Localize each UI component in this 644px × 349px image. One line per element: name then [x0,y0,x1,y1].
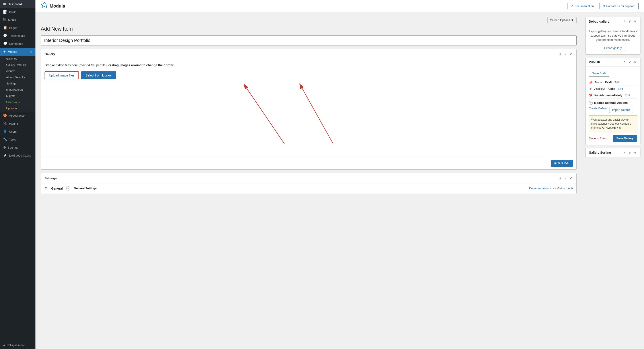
sidebar-submenu-album-defaults[interactable]: Album Defaults [0,74,36,81]
sidebar-item-label: Testimonials [9,34,25,38]
gallery-name-input[interactable] [41,36,577,46]
sidebar-item-label: Users [9,130,16,133]
import-default-button[interactable]: Import Default [609,107,633,113]
support-button[interactable]: ✉ Contact us for support! [599,3,639,9]
visibility-edit-link[interactable]: Edit [618,87,623,91]
debug-panel-title: Debug gallery [589,20,622,23]
visibility-label: Visibility: [594,87,605,91]
move-to-trash-button[interactable]: Move to Trash [589,137,607,140]
general-settings-heading: General Settings [74,187,96,190]
settings-panel-controls: ∧ ∨ ∨ [558,176,573,180]
sidebar-item-appearance[interactable]: 🎨 Appearance [0,112,36,120]
create-default-link[interactable]: Create Default [589,107,608,113]
gallery-sorting-title: Gallery Sorting [589,151,622,154]
sidebar-submenu-galleries[interactable]: Galleries [0,56,36,62]
sidebar-submenu-import-export[interactable]: Import/Export [0,87,36,93]
publish-panel: Publish ∧ ∨ ∨ Save Draft 📌 Status: Draft… [586,58,640,145]
visibility-row: 👁 Visibility: Public Edit [589,86,637,92]
status-value: Draft [605,81,612,84]
sidebar-item-users[interactable]: 👤 Users [0,128,36,136]
svg-line-4 [302,88,333,144]
gallery-sorting-header: Gallery Sorting ∧ ∨ ∨ [586,148,640,157]
topbar: Modula ↗ Documentation ✉ Contact us for … [36,0,644,13]
users-icon: 👤 [3,130,7,134]
sidebar-item-media[interactable]: 🖼 Media [0,16,36,24]
pin-icon: 📌 [589,81,592,84]
settings-links: Documentation - or - Get in touch [529,187,573,190]
general-help-icon[interactable]: ? [66,186,70,190]
publish-panel-down-button[interactable]: ∨ [628,60,632,64]
save-gallery-button[interactable]: Save Gallery [613,135,637,142]
sidebar-item-dashboard[interactable]: ⊞ Dashboard [0,0,36,8]
settings-general-label: General [51,187,63,190]
publish-panel-header: Publish ∧ ∨ ∨ [586,58,640,67]
defaults-links: Create Default Import Default [589,107,637,113]
visibility-value: Public [606,87,615,91]
modula-icon: ✦ [3,50,6,54]
status-label: Status: [594,81,603,84]
get-in-touch-link[interactable]: Get in touch [557,187,573,190]
documentation-link[interactable]: Documentation [529,187,548,190]
select-from-library-button[interactable]: Select from Library [81,71,116,79]
sidebar-submenu-gallery-defaults[interactable]: Gallery Defaults [0,62,36,68]
sidebar-submenu-migrate[interactable]: Migrate [0,93,36,99]
settings-panel-toggle-button[interactable]: ∨ [569,176,573,180]
panel-header-controls: ∧ ∨ ∨ [558,52,573,56]
sidebar-item-label: Plugins [9,122,18,125]
sorting-panel-up-button[interactable]: ∧ [622,151,626,155]
keyboard-shortcut: CTRL/CMD + S [602,126,621,129]
sidebar-item-settings[interactable]: ⚙ Settings [0,143,36,151]
topbar-logo-text: Modula [50,4,65,9]
debug-panel-up-button[interactable]: ∧ [622,19,626,24]
annotation-arrows [44,82,573,153]
sorting-panel-down-button[interactable]: ∨ [628,151,632,155]
publish-edit-link[interactable]: Edit [625,94,630,97]
sidebar-item-pages[interactable]: 📋 Pages [0,24,36,32]
sidebar: ⊞ Dashboard 📝 Posts 🖼 Media 📋 Pages 💬 Te… [0,0,36,349]
testimonials-icon: 💬 [3,34,7,38]
debug-panel-toggle-button[interactable]: ∨ [633,19,637,24]
save-draft-button[interactable]: Save Draft [589,70,609,77]
defaults-section: ? Modula Defaults Actions Create Default… [589,101,637,113]
bulk-edit-button[interactable]: ⊞ Bulk Edit [551,160,573,167]
sidebar-item-litespeed[interactable]: ⚡ LiteSpeed Cache [0,151,36,159]
collapse-menu-button[interactable]: ◀ Collapse menu [0,341,36,349]
sidebar-item-testimonials[interactable]: 💬 Testimonials [0,32,36,40]
panel-collapse-down-button[interactable]: ∨ [564,52,568,56]
settings-panel-down-button[interactable]: ∨ [564,176,568,180]
panel-collapse-up-button[interactable]: ∧ [558,52,562,56]
panel-toggle-button[interactable]: ∨ [569,52,573,56]
comments-icon: 💭 [3,42,7,46]
documentation-button[interactable]: ↗ Documentation [568,3,597,9]
sidebar-item-label: Settings [8,146,18,149]
status-edit-link[interactable]: Edit [614,81,620,84]
main-content: Screen Options ▼ Add New Item Gallery ∧ … [36,13,582,349]
sidebar-submenu-settings[interactable]: Settings [0,81,36,87]
sidebar-submenu-albums[interactable]: Albums [0,68,36,74]
sidebar-submenu-extensions[interactable]: Extensions [0,99,36,105]
sidebar-item-posts[interactable]: 📝 Posts [0,8,36,16]
screen-options-button[interactable]: Screen Options ▼ [548,17,577,23]
sidebar-item-plugins[interactable]: 🔌 Plugins [0,120,36,128]
sidebar-item-tools[interactable]: 🔧 Tools [0,136,36,143]
sidebar-item-label: Dashboard [8,3,22,6]
keyboard-tip: Want a faster and easier way to save gal… [589,115,637,132]
sidebar-item-label: LiteSpeed Cache [9,154,31,157]
settings-panel-up-button[interactable]: ∧ [558,176,562,180]
sidebar-item-modula[interactable]: ✦ Modula [0,48,36,56]
sidebar-submenu-upgrade[interactable]: Upgrade [0,105,36,112]
main-area: Modula ↗ Documentation ✉ Contact us for … [36,0,644,349]
upload-image-button[interactable]: Upload image files [44,71,79,79]
publish-panel-body: Save Draft 📌 Status: Draft Edit 👁 Visibi… [586,67,640,145]
sidebar-item-label: Modula [8,50,17,54]
sidebar-item-comments[interactable]: 💭 Comments [0,40,36,48]
publish-panel-toggle-button[interactable]: ∨ [633,60,637,64]
debug-panel-down-button[interactable]: ∨ [628,19,632,24]
export-gallery-button[interactable]: Export gallery [601,45,625,51]
defaults-label: ? Modula Defaults Actions [589,101,637,105]
defaults-help-icon[interactable]: ? [589,101,593,105]
publish-panel-up-button[interactable]: ∧ [622,60,626,64]
calendar-icon: 📅 [589,94,592,97]
svg-marker-0 [41,2,48,8]
sorting-panel-toggle-button[interactable]: ∨ [633,151,637,155]
